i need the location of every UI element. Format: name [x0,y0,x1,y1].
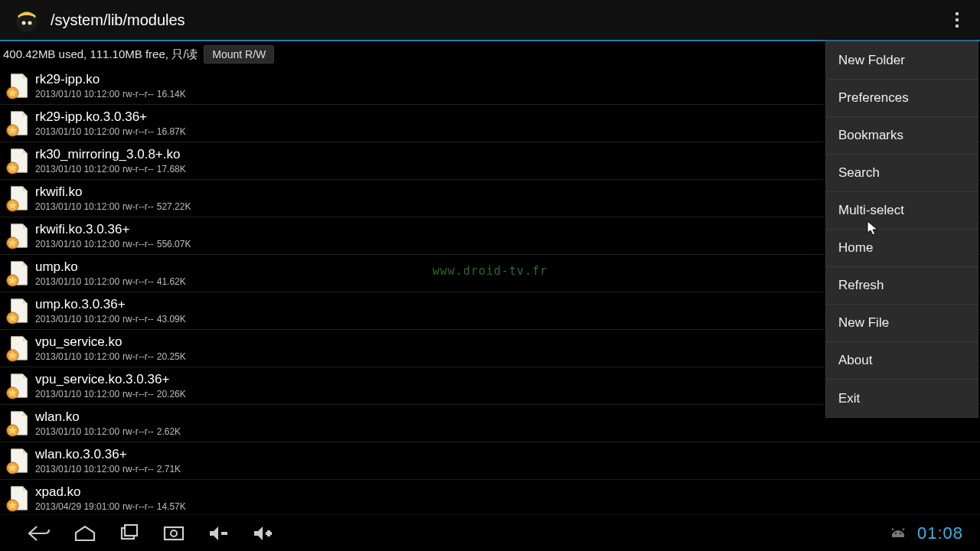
file-meta: 2013/01/10 10:12:00 rw-r--r-- 20.26K [35,389,186,399]
android-icon [890,527,906,540]
file-icon [2,446,35,475]
file-name: rk29-ipp.ko [35,72,186,87]
file-name: rk30_mirroring_3.0.8+.ko [35,147,186,162]
svg-line-25 [892,528,893,530]
file-name: ump.ko [35,259,186,275]
volume-up-button[interactable] [251,523,274,543]
menu-item-home[interactable]: Home [826,230,978,267]
file-name: rkwifi.ko.3.0.36+ [35,222,191,237]
file-name: wlan.ko [35,409,181,425]
clock[interactable]: 01:08 [917,523,963,543]
svg-point-24 [900,533,901,534]
menu-item-new-file[interactable]: New File [826,305,978,342]
file-icon [2,371,35,400]
file-meta: 2013/01/10 10:12:00 rw-r--r-- 17.68K [35,164,186,174]
file-meta: 2013/01/10 10:12:00 rw-r--r-- 41.62K [35,276,186,287]
svg-point-1 [19,15,34,20]
menu-item-bookmarks[interactable]: Bookmarks [826,117,978,155]
svg-point-2 [22,21,26,25]
file-meta: 2013/01/10 10:12:00 rw-r--r-- 20.25K [35,351,186,362]
file-name: rkwifi.ko [35,184,191,200]
file-icon [2,71,35,100]
file-icon [2,409,35,438]
current-path[interactable]: /system/lib/modules [51,11,185,29]
storage-usage-text: 400.42MB used, 111.10MB free, 只/读 [3,47,198,62]
app-icon [11,4,43,36]
file-icon [2,221,35,250]
overflow-menu-button[interactable] [942,0,972,40]
file-icon [2,334,35,363]
menu-item-about[interactable]: About [826,342,978,380]
recent-apps-button[interactable] [118,523,141,543]
file-meta: 2013/01/10 10:12:00 rw-r--r-- 527.22K [35,201,191,212]
file-meta: 2013/01/10 10:12:00 rw-r--r-- 16.14K [35,89,186,99]
file-meta: 2013/01/10 10:12:00 rw-r--r-- 43.09K [35,314,186,324]
file-meta: 2013/04/29 19:01:00 rw-r--r-- 14.57K [35,501,186,512]
volume-down-button[interactable] [207,523,230,543]
svg-rect-18 [165,527,183,540]
menu-item-new-folder[interactable]: New Folder [826,42,978,80]
file-meta: 2013/01/10 10:12:00 rw-r--r-- 2.62K [35,426,181,437]
system-navbar: 01:08 [0,514,980,551]
menu-item-preferences[interactable]: Preferences [826,80,978,117]
context-menu: New FolderPreferencesBookmarksSearchMult… [825,41,978,418]
file-icon [2,146,35,175]
file-row[interactable]: wlan.ko.3.0.36+ 2013/01/10 10:12:00 rw-r… [0,442,980,480]
svg-rect-17 [125,525,137,536]
screenshot-button[interactable] [162,523,185,543]
file-name: vpu_service.ko [35,334,186,350]
file-name: ump.ko.3.0.36+ [35,297,186,312]
back-button[interactable] [26,523,52,543]
svg-line-26 [903,528,904,530]
more-icon [956,12,959,28]
svg-point-23 [895,533,897,534]
file-meta: 2013/01/10 10:12:00 rw-r--r-- 2.71K [35,464,181,474]
menu-item-search[interactable]: Search [826,155,978,192]
svg-rect-20 [221,532,227,535]
file-icon [2,184,35,213]
menu-item-exit[interactable]: Exit [826,380,978,417]
menu-item-multi-select[interactable]: Multi-select [826,192,978,230]
file-icon [2,296,35,325]
svg-rect-22 [267,530,270,536]
menu-item-refresh[interactable]: Refresh [826,267,978,305]
file-name: xpad.ko [35,484,186,500]
svg-point-3 [28,21,32,25]
file-meta: 2013/01/10 10:12:00 rw-r--r-- 556.07K [35,239,191,249]
file-icon [2,484,35,513]
file-row[interactable]: xpad.ko 2013/04/29 19:01:00 rw-r--r-- 14… [0,480,980,514]
title-bar: /system/lib/modules [0,0,980,41]
mount-rw-button[interactable]: Mount R/W [204,45,274,64]
file-name: wlan.ko.3.0.36+ [35,447,181,462]
file-meta: 2013/01/10 10:12:00 rw-r--r-- 16.87K [35,126,186,137]
file-icon [2,109,35,138]
svg-point-19 [171,530,177,536]
file-icon [2,259,35,288]
home-button[interactable] [74,523,96,543]
file-name: rk29-ipp.ko.3.0.36+ [35,109,186,125]
file-name: vpu_service.ko.3.0.36+ [35,372,186,387]
